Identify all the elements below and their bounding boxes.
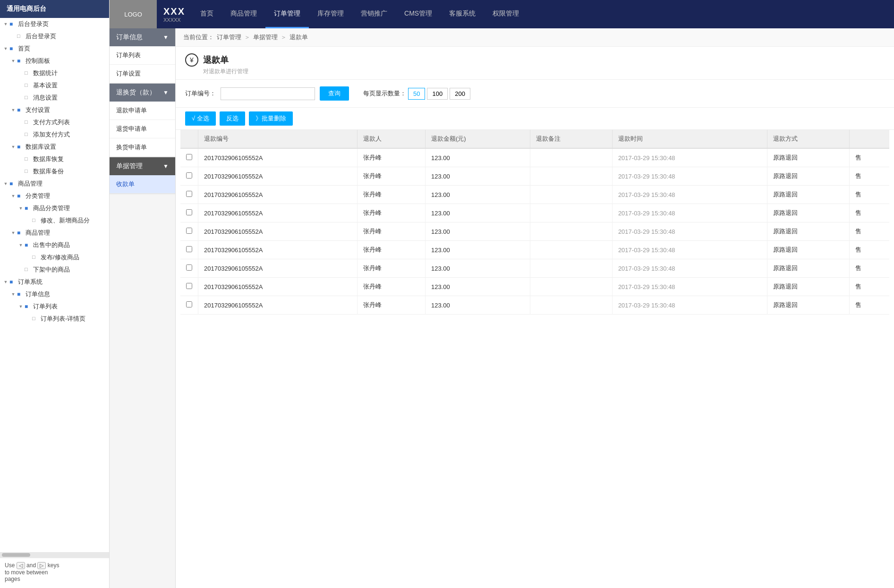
refund-method-cell: 原路退回 [767,148,850,167]
tree-item-label: 分类管理 [26,192,50,200]
panel-item-return-request[interactable]: 退货申请单 [110,120,175,138]
breadcrumb-item-document-mgmt[interactable]: 单据管理 [253,33,278,42]
footer-and-text: and [26,562,37,569]
search-label: 订单编号： [185,89,216,98]
tree-item-label: 控制面板 [26,57,50,65]
row-checkbox[interactable] [186,172,192,179]
nav-link-营销推广[interactable]: 营销推广 [352,0,396,28]
sidebar-tree-item[interactable]: ▼■商品分类管理 [0,202,109,214]
refund-action-cell[interactable]: 售 [849,204,889,222]
refund-action-cell[interactable]: 售 [849,296,889,315]
row-checkbox[interactable] [186,154,192,160]
tree-item-label: 订单列表 [33,302,58,311]
refund-id-cell: 2017032906105552A [198,222,358,241]
refund-action-cell[interactable]: 售 [849,167,889,186]
sidebar-tree-item[interactable]: □数据库备份 [0,165,109,178]
nav-link-客服系统[interactable]: 客服系统 [441,0,484,28]
refund-action-cell[interactable]: 售 [849,222,889,241]
sidebar-tree-item[interactable]: □下架中的商品 [0,264,109,276]
breadcrumb-item-order-mgmt[interactable]: 订单管理 [217,33,241,42]
sidebar-tree-item[interactable]: ▼■首页 [0,43,109,55]
sidebar-tree-item[interactable]: □支付方式列表 [0,116,109,128]
batch-delete-button[interactable]: 》批量删除 [249,111,293,126]
page-size-100[interactable]: 100 [427,88,448,100]
sidebar-tree-item[interactable]: ▼■订单列表 [0,300,109,313]
sidebar-tree-item[interactable]: □发布/修改商品 [0,251,109,264]
select-all-button[interactable]: √ 全选 [185,111,216,126]
table-row: 2017032906105552A张丹峰123.002017-03-29 15:… [180,278,889,296]
panel-section-header-documents[interactable]: 单据管理 ▼ [110,157,175,175]
page-size-50[interactable]: 50 [408,88,425,100]
sidebar-tree-item[interactable]: ▼■数据库设置 [0,141,109,153]
search-input[interactable] [221,87,315,100]
row-checkbox[interactable] [186,264,192,271]
panel-collapse-toggle[interactable]: ◀ [175,301,176,315]
breadcrumb-item-refund: 退款单 [289,33,308,42]
folder-icon: ■ [17,193,24,199]
panel-section-header-returns[interactable]: 退换货（款） ▼ [110,84,175,102]
table-row: 2017032906105552A张丹峰123.002017-03-29 15:… [180,186,889,204]
sidebar-tree-item[interactable]: ▼■商品管理 [0,178,109,190]
page-size-200[interactable]: 200 [450,88,470,100]
sidebar-tree-item[interactable]: □后台登录页 [0,30,109,43]
panel-item-receipt[interactable]: 收款单 [110,175,175,194]
panel-item-order-list[interactable]: 订单列表 [110,46,175,65]
doc-icon: □ [32,254,39,261]
folder-icon: ■ [25,303,31,310]
col-checkbox [180,130,198,148]
sidebar-tree-item[interactable]: ▼■后台登录页 [0,18,109,30]
row-checkbox[interactable] [186,191,192,197]
nav-link-首页[interactable]: 首页 [192,0,222,28]
sidebar-tree-item[interactable]: ▼■订单系统 [0,276,109,288]
panel-section-label-documents: 单据管理 [116,162,143,170]
row-checkbox[interactable] [186,283,192,289]
query-button[interactable]: 查询 [320,86,349,101]
nav-link-权限管理[interactable]: 权限管理 [484,0,528,28]
refund-id-cell: 2017032906105552A [198,186,358,204]
panel-item-refund-request[interactable]: 退款申请单 [110,102,175,120]
refund-action-cell[interactable]: 售 [849,278,889,296]
refund-method-cell: 原路退回 [767,259,850,278]
sidebar-tree-item[interactable]: ▼■控制面板 [0,55,109,67]
sidebar-tree-item[interactable]: □数据统计 [0,67,109,79]
refund-id-cell: 2017032906105552A [198,167,358,186]
sidebar-tree-item[interactable]: ▼■订单信息 [0,288,109,300]
refund-action-cell[interactable]: 售 [849,186,889,204]
sidebar-tree-item[interactable]: ▼■支付设置 [0,104,109,116]
row-checkbox[interactable] [186,301,192,307]
nav-link-库存管理[interactable]: 库存管理 [309,0,352,28]
nav-link-订单管理[interactable]: 订单管理 [265,0,309,28]
sidebar-tree-item[interactable]: □消息设置 [0,92,109,104]
refund-action-cell[interactable]: 售 [849,148,889,167]
sidebar-tree-item[interactable]: ▼■出售中的商品 [0,239,109,251]
row-checkbox-cell [180,222,198,241]
refund-time-cell: 2017-03-29 15:30:48 [612,148,767,167]
panel-section-header-order-info[interactable]: 订单信息 ▼ [110,28,175,46]
refund-action-cell[interactable]: 售 [849,259,889,278]
invert-selection-button[interactable]: 反选 [220,111,245,126]
horizontal-scrollbar[interactable] [0,552,109,558]
sidebar-tree-item[interactable]: □添加支付方式 [0,128,109,141]
sidebar-tree-item[interactable]: □数据库恢复 [0,153,109,165]
row-checkbox[interactable] [186,228,192,234]
brand-name: XXX [163,6,185,17]
refund-method-cell: 原路退回 [767,222,850,241]
row-checkbox[interactable] [186,209,192,215]
sidebar-footer: Use ◁ and ▷ keysto move betweenpages [0,558,109,588]
nav-links: 首页商品管理订单管理库存管理营销推广CMS管理客服系统权限管理 [192,0,894,28]
doc-icon: □ [25,119,31,126]
row-checkbox[interactable] [186,246,192,252]
tree-item-label: 数据统计 [33,69,58,77]
top-navigation: LOGO XXX XXXXX 首页商品管理订单管理库存管理营销推广CMS管理客服… [110,0,894,28]
sidebar-tree-item[interactable]: □订单列表-详情页 [0,313,109,325]
panel-item-order-settings[interactable]: 订单设置 [110,65,175,83]
sidebar-tree-item[interactable]: □修改、新增商品分 [0,214,109,227]
sidebar-tree-item[interactable]: ▼■分类管理 [0,190,109,202]
panel-item-exchange-request[interactable]: 换货申请单 [110,138,175,157]
sidebar-tree-item[interactable]: □基本设置 [0,79,109,92]
refund-action-cell[interactable]: 售 [849,241,889,259]
sidebar-tree-item[interactable]: ▼■商品管理 [0,227,109,239]
refund-method-cell: 原路退回 [767,278,850,296]
nav-link-CMS管理[interactable]: CMS管理 [396,0,441,28]
nav-link-商品管理[interactable]: 商品管理 [222,0,265,28]
